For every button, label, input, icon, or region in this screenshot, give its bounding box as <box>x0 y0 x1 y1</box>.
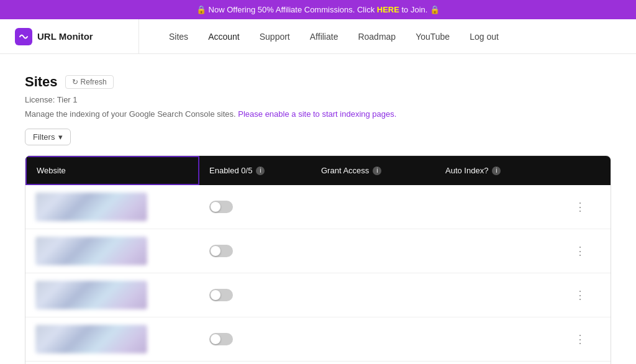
website-thumbnail <box>35 193 147 221</box>
th-enabled: Enabled 0/5 i <box>199 156 311 185</box>
chevron-down-icon: ▾ <box>58 132 63 142</box>
website-thumbnail <box>35 281 147 309</box>
sites-table: Website Enabled 0/5 i Grant Access i Aut… <box>25 155 611 364</box>
banner-emoji-right: 🔒 <box>430 5 440 14</box>
logo-area: URL Monitor <box>15 19 139 53</box>
th-auto-index-label: Auto Index? <box>445 166 488 175</box>
website-cell <box>25 185 199 229</box>
enabled-cell <box>199 237 311 265</box>
grant-access-cell <box>311 332 435 347</box>
th-website: Website <box>25 156 199 185</box>
th-auto-index: Auto Index? i <box>435 156 560 185</box>
main-header: URL Monitor SitesAccountSupportAffiliate… <box>0 19 636 54</box>
more-options-button[interactable]: ⋮ <box>570 286 591 304</box>
table-row: ⋮ <box>25 273 611 317</box>
enabled-toggle[interactable] <box>209 201 233 213</box>
actions-cell: ⋮ <box>560 322 597 356</box>
grant-access-cell <box>311 288 435 303</box>
enabled-toggle[interactable] <box>209 333 233 345</box>
enabled-cell <box>199 193 311 221</box>
more-options-button[interactable]: ⋮ <box>570 198 591 216</box>
table-row: ⋮ <box>25 229 611 273</box>
table-row: ⋮ <box>25 317 611 362</box>
nav-item-support[interactable]: Support <box>250 27 300 47</box>
more-options-button[interactable]: ⋮ <box>570 242 591 260</box>
grant-access-cell <box>311 199 435 214</box>
nav-item-sites[interactable]: Sites <box>159 27 198 47</box>
description-text: Manage the indexing of your Google Searc… <box>25 109 611 119</box>
nav-item-roadmap[interactable]: Roadmap <box>348 27 406 47</box>
th-actions <box>560 156 597 185</box>
website-cell <box>25 229 199 273</box>
enabled-cell <box>199 325 311 353</box>
actions-cell: ⋮ <box>560 190 597 224</box>
nav-item-affiliate[interactable]: Affiliate <box>300 27 348 47</box>
grant-access-info-icon[interactable]: i <box>373 166 381 175</box>
enabled-info-icon[interactable]: i <box>256 166 265 175</box>
main-content: Sites ↻ Refresh License: Tier 1 Manage t… <box>0 54 636 364</box>
banner-emoji-left: 🔒 <box>196 5 206 14</box>
banner-link[interactable]: HERE <box>377 5 399 14</box>
logo-text: URL Monitor <box>37 31 93 42</box>
refresh-icon: ↻ <box>72 78 78 86</box>
table-header: Website Enabled 0/5 i Grant Access i Aut… <box>25 156 611 185</box>
nav-item-youtube[interactable]: YouTube <box>406 27 460 47</box>
website-cell <box>25 317 199 361</box>
website-cell <box>25 362 199 364</box>
refresh-label: Refresh <box>81 78 107 86</box>
enabled-toggle[interactable] <box>209 245 233 257</box>
th-enabled-label: Enabled 0/5 <box>209 166 252 175</box>
table-row: ⋮ <box>25 362 611 364</box>
filters-label: Filters <box>33 132 55 142</box>
license-text: License: Tier 1 <box>25 95 611 104</box>
description-part1: Manage the indexing of your Google Searc… <box>25 109 236 119</box>
refresh-button[interactable]: ↻ Refresh <box>65 75 114 89</box>
main-nav: SitesAccountSupportAffiliateRoadmapYouTu… <box>159 27 509 47</box>
logo-icon <box>15 28 32 45</box>
website-cell <box>25 273 199 317</box>
th-website-label: Website <box>37 166 66 175</box>
website-thumbnail <box>35 325 147 353</box>
auto-index-cell <box>435 199 560 214</box>
page-title: Sites <box>25 74 58 90</box>
auto-index-cell <box>435 243 560 258</box>
auto-index-cell <box>435 288 560 303</box>
banner-text-before: Now Offering 50% Affiliate Commissions. … <box>209 5 377 14</box>
grant-access-cell <box>311 243 435 258</box>
filters-button[interactable]: Filters ▾ <box>25 129 71 145</box>
actions-cell: ⋮ <box>560 234 597 268</box>
more-options-button[interactable]: ⋮ <box>570 330 591 348</box>
th-grant-access-label: Grant Access <box>321 166 369 175</box>
table-row: ⋮ <box>25 185 611 229</box>
website-thumbnail <box>35 237 147 265</box>
nav-item-logout[interactable]: Log out <box>460 27 509 47</box>
auto-index-info-icon[interactable]: i <box>492 166 501 175</box>
auto-index-cell <box>435 332 560 347</box>
enabled-toggle[interactable] <box>209 289 233 301</box>
description-part2: Please enable a site to start indexing p… <box>238 109 396 119</box>
promo-banner: 🔒 Now Offering 50% Affiliate Commissions… <box>0 0 636 19</box>
th-grant-access: Grant Access i <box>311 156 435 185</box>
actions-cell: ⋮ <box>560 278 597 312</box>
nav-item-account[interactable]: Account <box>198 27 250 47</box>
page-header: Sites ↻ Refresh <box>25 74 611 90</box>
enabled-cell <box>199 281 311 309</box>
banner-text-after: to Join. <box>402 5 428 14</box>
